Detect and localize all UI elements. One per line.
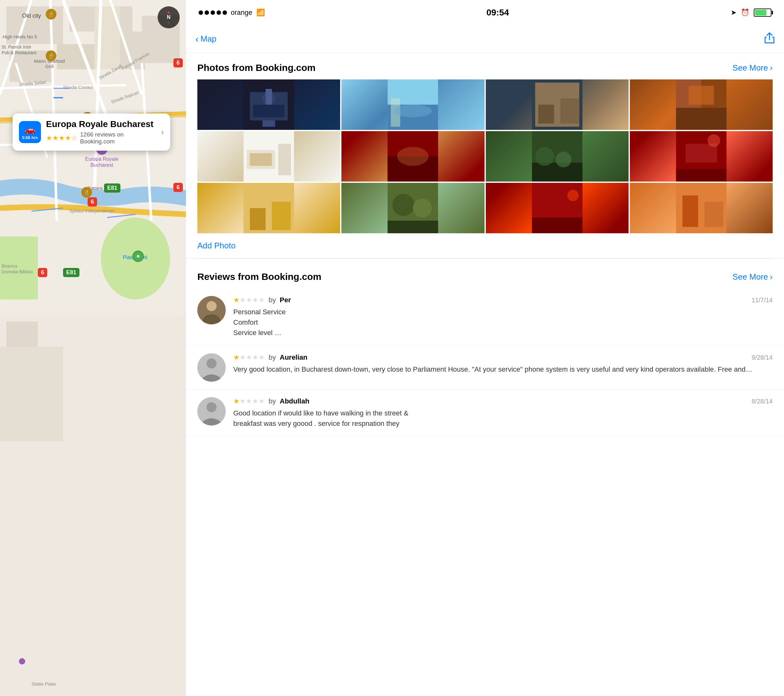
- callout-arrow: ›: [161, 127, 164, 137]
- photo-12[interactable]: [630, 183, 772, 233]
- poi-food-1: 🍴: [46, 9, 56, 20]
- route-badge-6-4: 6: [38, 268, 47, 277]
- review-content-3: ★★★★★ by Abdullah 8/28/14 Good location …: [233, 397, 772, 429]
- reviews-section-header: Reviews from Booking.com See More ›: [186, 262, 784, 288]
- photo-6[interactable]: [341, 131, 484, 181]
- review-content-2: ★★★★★ by Aurelian 9/28/14 Very good loca…: [233, 353, 772, 382]
- photos-see-more-chevron: ›: [770, 63, 772, 73]
- highway-e81-2: E81: [63, 268, 79, 277]
- highway-e81-1: E81: [104, 183, 120, 193]
- review-text-3: Good location if would like to have walk…: [233, 408, 772, 429]
- svg-point-56: [392, 194, 415, 216]
- photo-8[interactable]: [630, 131, 772, 181]
- svg-rect-38: [278, 144, 291, 175]
- photos-see-more-button[interactable]: See More ›: [733, 63, 772, 73]
- photo-7[interactable]: [486, 131, 629, 181]
- signal-dot-4: [217, 10, 221, 15]
- review-avatar-2: [197, 353, 226, 382]
- hotel-reviews-count: 1266 reviews on Booking.com: [80, 131, 156, 145]
- svg-rect-29: [538, 105, 554, 123]
- back-button[interactable]: ‹ Map: [196, 34, 389, 44]
- svg-point-45: [535, 147, 554, 166]
- hotel-callout[interactable]: 🚗 5:58 hrs Europa Royale Bucharest ★★★★☆…: [13, 114, 170, 151]
- photo-3[interactable]: [486, 79, 629, 130]
- svg-rect-48: [676, 169, 726, 181]
- svg-rect-30: [560, 98, 579, 123]
- photo-1[interactable]: [197, 79, 340, 130]
- svg-rect-58: [388, 220, 438, 233]
- svg-rect-37: [250, 153, 272, 166]
- svg-rect-44: [532, 163, 582, 181]
- poi-food-2: 🍴: [46, 51, 56, 61]
- photo-10[interactable]: [341, 183, 484, 233]
- review-stars-2: ★★★★★: [233, 353, 265, 362]
- review-author-2: Aurelian: [280, 353, 307, 362]
- photo-9[interactable]: [197, 183, 340, 233]
- svg-rect-65: [682, 196, 698, 227]
- route-badge-6-2: 6: [173, 183, 183, 192]
- battery-icon: [754, 8, 771, 17]
- content-area[interactable]: Photos from Booking.com See More ›: [186, 53, 784, 696]
- svg-rect-66: [704, 202, 723, 227]
- svg-point-68: [206, 301, 217, 311]
- map-label-high-heels: High Heels No 5: [3, 34, 37, 39]
- photos-section-header: Photos from Booking.com See More ›: [186, 53, 784, 79]
- nav-actions: [581, 32, 774, 46]
- status-right: ➤ ⏰: [731, 8, 771, 17]
- battery-fill: [755, 10, 766, 15]
- svg-point-71: [206, 359, 217, 369]
- photo-grid[interactable]: [186, 79, 784, 233]
- review-header-3: ★★★★★ by Abdullah 8/28/14: [233, 397, 772, 405]
- svg-point-26: [394, 105, 432, 117]
- review-meta-3: ★★★★★ by Abdullah: [233, 397, 309, 405]
- svg-rect-53: [250, 208, 266, 230]
- reviews-section: Reviews from Booking.com See More ›: [186, 259, 784, 436]
- review-by-1: by: [268, 296, 276, 304]
- review-stars-3: ★★★★★: [233, 397, 265, 405]
- svg-rect-19: [253, 105, 285, 117]
- route-badge-6-3: 6: [87, 197, 97, 206]
- reviews-see-more-label: See More: [733, 272, 768, 282]
- share-button[interactable]: [764, 32, 774, 46]
- back-chevron-icon: ‹: [196, 34, 199, 44]
- nav-bar: ‹ Map: [186, 25, 784, 53]
- svg-point-57: [413, 199, 432, 217]
- map-panel[interactable]: Old city High Heels No 5 St. Patrick Iri…: [0, 0, 186, 696]
- add-photo-button[interactable]: Add Photo: [186, 233, 784, 258]
- review-content-1: ★★★★★ by Per 11/7/14 Personal ServiceCom…: [233, 296, 772, 338]
- photo-5[interactable]: [197, 131, 340, 181]
- photos-see-more-label: See More: [733, 63, 768, 73]
- signal-dots: [199, 10, 227, 15]
- review-avatar-3: [197, 397, 226, 426]
- review-stars-1: ★★★★★: [233, 296, 265, 304]
- signal-dot-2: [204, 10, 209, 15]
- status-left: orange 📶: [199, 8, 265, 17]
- review-by-2: by: [268, 353, 276, 362]
- review-meta-1: ★★★★★ by Per: [233, 296, 291, 304]
- reviews-see-more-button[interactable]: See More ›: [733, 272, 772, 282]
- svg-point-74: [206, 402, 217, 412]
- map-label-splaiul: Splaiul Independenței: [69, 208, 115, 214]
- photo-4[interactable]: [630, 79, 772, 130]
- signal-dot-5: [222, 10, 227, 15]
- photo-2[interactable]: [341, 79, 484, 130]
- hotel-callout-icon: 🚗 5:58 hrs: [19, 121, 41, 143]
- svg-rect-61: [532, 217, 582, 233]
- map-label-statie: Statie Piata: [31, 681, 56, 686]
- review-date-1: 11/7/14: [751, 297, 772, 304]
- hotel-rating: ★★★★☆ 1266 reviews on Booking.com: [46, 131, 156, 145]
- review-item-3: ★★★★★ by Abdullah 8/28/14 Good location …: [186, 390, 784, 436]
- photos-section-title: Photos from Booking.com: [197, 63, 316, 73]
- review-item-1: ★★★★★ by Per 11/7/14 Personal ServiceCom…: [186, 288, 784, 346]
- route-badge-6-1: 6: [173, 58, 183, 67]
- photo-11[interactable]: [486, 183, 629, 233]
- compass: ▲ N ▼: [158, 6, 180, 28]
- review-author-3: Abdullah: [280, 397, 309, 405]
- car-icon: 🚗: [25, 124, 36, 135]
- svg-rect-21: [266, 89, 272, 105]
- signal-dot-1: [199, 10, 203, 15]
- svg-rect-15: [6, 321, 38, 347]
- avatar-default-2: [197, 353, 226, 382]
- reviews-section-title: Reviews from Booking.com: [197, 271, 321, 282]
- wifi-icon: 📶: [256, 8, 265, 17]
